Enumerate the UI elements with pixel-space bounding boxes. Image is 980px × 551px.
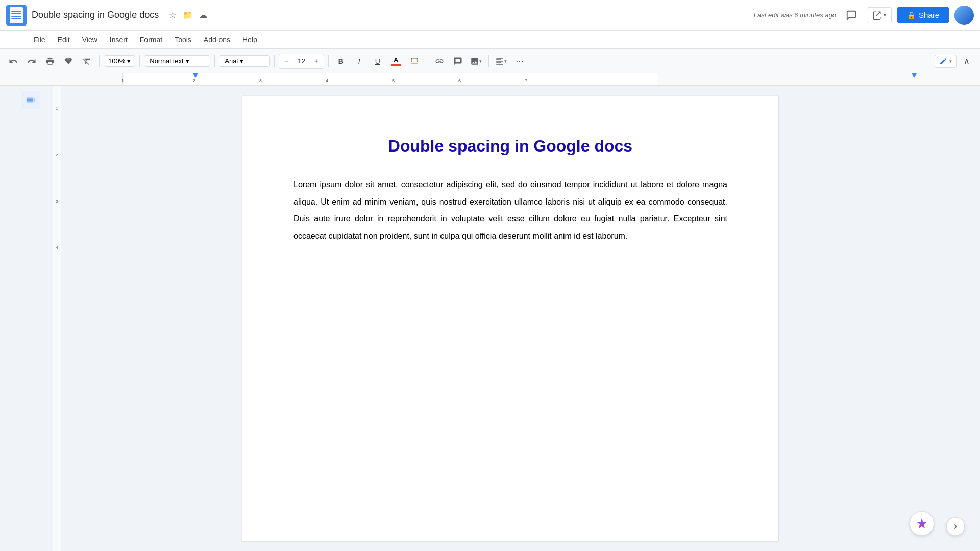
vertical-ruler: 1 2 3 4 [53, 86, 61, 551]
toolbar-divider-6 [427, 55, 427, 67]
top-right-actions: ▾ 🔒 Share [841, 5, 974, 26]
zoom-selector[interactable]: 100% ▾ [104, 55, 135, 67]
comment-button[interactable] [841, 5, 862, 26]
chevron-down-icon: ▾ [884, 12, 886, 18]
font-selector[interactable]: Arial ▾ [219, 55, 270, 67]
text-align-button[interactable]: ▾ [493, 53, 509, 69]
text-color-button[interactable]: A [388, 53, 404, 69]
underline-button[interactable]: U [370, 53, 386, 69]
menu-help[interactable]: Help [237, 34, 262, 46]
menu-addons[interactable]: Add-ons [199, 34, 235, 46]
ruler-label-4: 4 [326, 78, 328, 83]
svg-rect-1 [411, 58, 418, 62]
style-chevron: ▾ [186, 57, 189, 65]
doc-area[interactable]: Double spacing in Google docs Lorem ipsu… [61, 86, 960, 551]
outline-icon[interactable] [21, 91, 40, 109]
folder-icon[interactable]: 📁 [182, 10, 193, 21]
font-size-control: − 12 + [279, 54, 324, 69]
menu-file[interactable]: File [29, 34, 51, 46]
toolbar-divider-7 [488, 55, 489, 67]
menu-bar: File Edit View Insert Format Tools Add-o… [0, 31, 980, 49]
toolbar-divider-1 [99, 55, 100, 67]
user-avatar[interactable] [954, 6, 974, 25]
document-body[interactable]: Lorem ipsum dolor sit amet, consectetur … [293, 176, 727, 244]
collapse-sidebar-button[interactable] [946, 517, 965, 536]
paint-format-button[interactable] [60, 53, 77, 69]
ruler-label-6: 6 [458, 78, 461, 83]
left-indent-marker[interactable] [193, 73, 198, 78]
font-size-increase-button[interactable]: + [309, 54, 324, 68]
document-page[interactable]: Double spacing in Google docs Lorem ipsu… [242, 96, 778, 541]
ruler-label-1: 1 [121, 78, 124, 83]
left-sidebar: 1 2 3 4 [0, 86, 61, 551]
right-sidebar [960, 86, 980, 551]
right-indent-marker[interactable] [912, 73, 917, 78]
font-size-value[interactable]: 12 [293, 57, 309, 65]
toolbar-divider-2 [139, 55, 140, 67]
main-layout: 1 2 3 4 Double spacing in Google docs Lo… [0, 86, 980, 551]
ai-assistant-button[interactable] [910, 511, 934, 536]
move-to-drive-button[interactable]: ▾ [867, 7, 892, 23]
text-style-selector[interactable]: Normal text ▾ [144, 55, 210, 67]
v-ruler-label-3: 3 [56, 199, 58, 204]
v-ruler-label-2: 2 [56, 153, 58, 157]
more-options-button[interactable]: ⋯ [511, 53, 528, 69]
star-icon[interactable]: ☆ [167, 10, 178, 21]
collapse-toolbar-button[interactable]: ∧ [959, 53, 975, 69]
cloud-save-icon[interactable]: ☁ [198, 10, 209, 21]
toolbar-right: ▾ ∧ [935, 53, 975, 69]
font-chevron: ▾ [240, 57, 243, 65]
format-clear-button[interactable] [79, 53, 95, 69]
menu-tools[interactable]: Tools [169, 34, 197, 46]
menu-insert[interactable]: Insert [105, 34, 133, 46]
title-icons: ☆ 📁 ☁ [167, 10, 209, 21]
svg-line-0 [876, 12, 880, 16]
chevron-down-icon: ▾ [504, 59, 507, 64]
ruler-baseline [122, 80, 658, 80]
v-ruler-label-1: 1 [56, 106, 58, 111]
text-color-bar [391, 64, 401, 66]
chevron-down-icon: ▾ [479, 59, 482, 64]
top-bar: Double spacing in Google docs ☆ 📁 ☁ Last… [0, 0, 980, 31]
undo-button[interactable] [5, 53, 21, 69]
print-button[interactable] [42, 53, 58, 69]
toolbar: 100% ▾ Normal text ▾ Arial ▾ − 12 + B I … [0, 49, 980, 73]
document-heading[interactable]: Double spacing in Google docs [293, 137, 727, 156]
docs-logo[interactable] [6, 5, 27, 26]
menu-format[interactable]: Format [135, 34, 167, 46]
edit-mode-button[interactable]: ▾ [935, 55, 957, 68]
ruler-label-2: 2 [193, 78, 195, 83]
italic-button[interactable]: I [351, 53, 368, 69]
ruler-label-3: 3 [259, 78, 262, 83]
ruler-area: 1 2 3 4 5 6 7 [0, 73, 980, 86]
last-edit-label: Last edit was 6 minutes ago [754, 11, 836, 19]
bold-button[interactable]: B [333, 53, 349, 69]
font-value: Arial [225, 57, 238, 65]
toolbar-divider-5 [328, 55, 329, 67]
lock-icon: 🔒 [907, 11, 916, 19]
insert-image-button[interactable]: ▾ [468, 53, 484, 69]
v-ruler-label-4: 4 [56, 245, 58, 250]
style-value: Normal text [150, 57, 183, 65]
toolbar-divider-3 [214, 55, 215, 67]
zoom-value: 100% [108, 57, 125, 65]
font-size-decrease-button[interactable]: − [279, 54, 293, 68]
menu-edit[interactable]: Edit [53, 34, 75, 46]
insert-link-button[interactable] [431, 53, 448, 69]
ruler-label-5: 5 [392, 78, 395, 83]
ruler-label-7: 7 [525, 78, 527, 83]
toolbar-divider-4 [274, 55, 275, 67]
chevron-down-icon: ▾ [949, 59, 952, 64]
redo-button[interactable] [23, 53, 40, 69]
insert-comment-button[interactable] [450, 53, 466, 69]
highlight-color-button[interactable] [406, 53, 423, 69]
menu-view[interactable]: View [77, 34, 103, 46]
share-button[interactable]: 🔒 Share [897, 7, 949, 23]
zoom-chevron: ▾ [127, 57, 131, 65]
text-color-label: A [394, 56, 398, 64]
doc-title[interactable]: Double spacing in Google docs [32, 10, 159, 20]
